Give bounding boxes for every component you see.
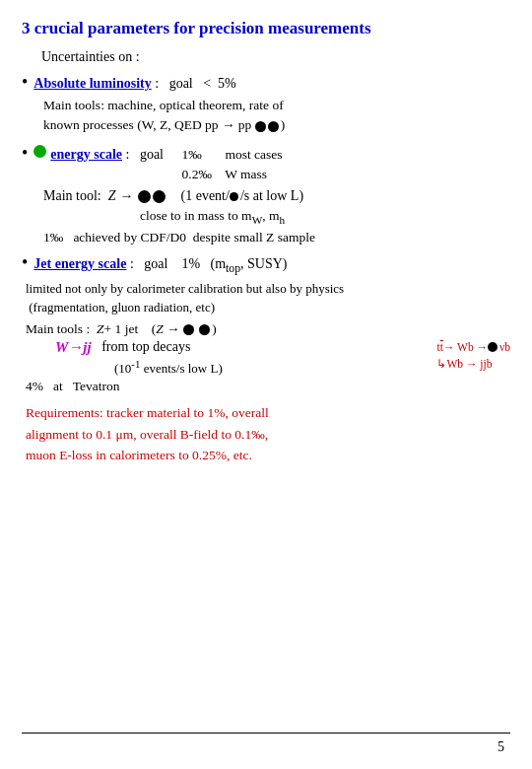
jet-scale-colon: :	[126, 256, 144, 272]
requirements-block: Requirements: tracker material to 1%, ov…	[26, 402, 510, 466]
page-number: 5	[498, 739, 504, 755]
jet-main-tools-row: Main tools : Z + 1 jet (Z → )	[26, 321, 510, 337]
ttbar-row2: ↳Wb → jjb	[436, 356, 510, 373]
luminosity-goal: goal < 5%	[169, 76, 236, 92]
goal-val2-row: 0.2‰ W mass	[182, 165, 268, 184]
circle2	[268, 121, 279, 132]
req-line3: muon E-loss in calorimeters to 0.25%, et…	[26, 448, 252, 462]
z-arrow2: (Z → )	[152, 321, 217, 337]
slide-title: 3 crucial parameters for precision measu…	[22, 18, 510, 39]
bullet-2: •	[22, 144, 28, 162]
luminosity-subtext1: Main tools: machine, optical theorem, ra…	[43, 96, 510, 136]
bullet-3: •	[22, 253, 28, 271]
req-line2: alignment to 0.1 μm, overall B-field to …	[26, 427, 268, 442]
circle3	[138, 190, 151, 203]
wjj-section-row: W→jj from top decays (10-1 events/s low …	[26, 339, 510, 377]
jet-scale-term: Jet energy scale	[33, 256, 126, 272]
section-energy-scale: • energy scale : goal 1‰ most cases 0.2‰…	[22, 144, 510, 245]
uncertainties-label: Uncertainties on :	[41, 49, 510, 65]
ttbar-arrow2: ↳Wb → jjb	[436, 356, 492, 373]
jet-scale-goal: goal 1% (mtop, SUSY)	[144, 256, 287, 275]
luminosity-bullet-row: • Absolute luminosity : goal < 5%	[22, 73, 510, 92]
goal-val1-row: 1‰ most cases	[182, 145, 283, 165]
main-tools-label: Main tools :	[26, 321, 97, 337]
bullet-1: •	[22, 73, 28, 91]
plus-jet: + 1 jet	[104, 321, 152, 337]
main-tool-label: Main tool:	[43, 188, 108, 204]
arrow-icon: →	[120, 188, 134, 204]
permil-achieved: 1‰ achieved by CDF/D0 despite small Z sa…	[43, 230, 510, 245]
circle4	[153, 190, 166, 203]
ttbar-row1: tt → Wb → νb	[436, 339, 510, 356]
luminosity-term: Absolute luminosity	[33, 76, 151, 92]
energy-scale-goal: goal	[140, 147, 174, 163]
circle1	[255, 121, 266, 132]
events-low-row: (10-1 events/s low L)	[114, 358, 429, 377]
close-text: close to in mass to mW, mh	[140, 208, 510, 226]
from-top-decays: from top decays	[92, 339, 191, 355]
z-label: Z	[108, 188, 116, 204]
wjj-label: W→jj	[55, 339, 92, 356]
energy-scale-term: energy scale	[50, 147, 122, 163]
ttbar-nu: νb	[499, 339, 510, 356]
wjj-row: W→jj from top decays	[55, 339, 429, 356]
z-plus-jet: Z	[97, 321, 104, 337]
wjj-left: W→jj from top decays (10-1 events/s low …	[26, 339, 429, 377]
circle-nu	[488, 342, 498, 352]
req-line1: Requirements: tracker material to 1%, ov…	[26, 405, 269, 420]
goal-values: 1‰ most cases 0.2‰ W mass	[182, 145, 283, 185]
energy-scale-colon: :	[122, 147, 140, 163]
jet-scale-bullet-row: • Jet energy scale : goal 1% (mtop, SUSY…	[22, 253, 510, 275]
green-circle-icon	[33, 145, 46, 158]
section-jet-energy-scale: • Jet energy scale : goal 1% (mtop, SUSY…	[22, 253, 510, 394]
ttbar-section: tt → Wb → νb ↳Wb → jjb	[436, 339, 510, 374]
energy-main-tool-row: Main tool: Z → (1 event//s at low L)	[43, 188, 510, 204]
luminosity-colon: :	[152, 76, 169, 92]
section-luminosity: • Absolute luminosity : goal < 5% Main t…	[22, 73, 510, 136]
ttbar-arrow1: → Wb →	[443, 339, 488, 356]
four-percent: 4% at Tevatron	[26, 379, 510, 394]
slide-page: 3 crucial parameters for precision measu…	[0, 0, 532, 769]
energy-scale-bullet-row: • energy scale : goal 1‰ most cases 0.2‰…	[22, 144, 510, 185]
event-text: (1 event//s at low L)	[167, 188, 304, 204]
bottom-divider	[22, 733, 510, 734]
jet-limit-text: limited not only by calorimeter calibrat…	[26, 279, 510, 317]
